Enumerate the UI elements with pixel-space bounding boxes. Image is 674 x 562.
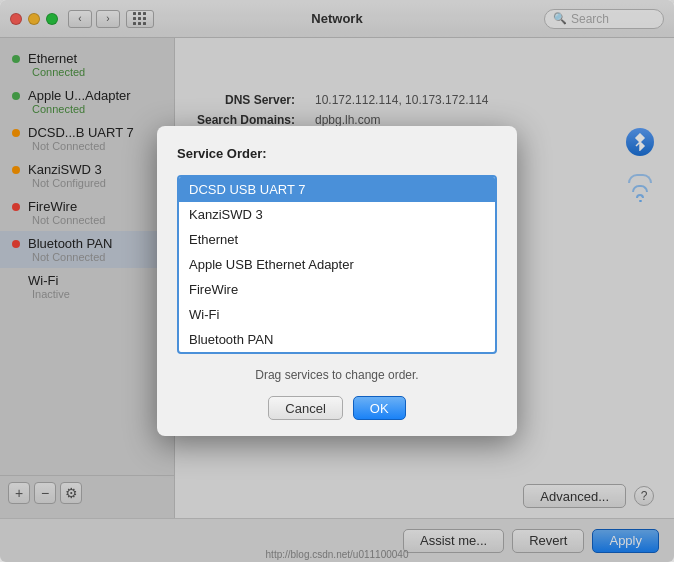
network-window: ‹ › Network 🔍 Search Ethernet Conne bbox=[0, 0, 674, 562]
service-item-5[interactable]: FireWire bbox=[179, 277, 495, 302]
modal-buttons: Cancel OK bbox=[177, 396, 497, 420]
service-item-7[interactable]: Bluetooth PAN bbox=[179, 327, 495, 352]
modal-hint: Drag services to change order. bbox=[177, 368, 497, 382]
service-order-modal: Service Order: DCSD USB UART 7 KanziSWD … bbox=[157, 126, 517, 436]
cancel-button[interactable]: Cancel bbox=[268, 396, 342, 420]
modal-title: Service Order: bbox=[177, 146, 497, 161]
service-item-3[interactable]: Ethernet bbox=[179, 227, 495, 252]
service-item-1[interactable]: DCSD USB UART 7 bbox=[179, 177, 495, 202]
service-item-4[interactable]: Apple USB Ethernet Adapter bbox=[179, 252, 495, 277]
service-list: DCSD USB UART 7 KanziSWD 3 Ethernet Appl… bbox=[179, 177, 495, 352]
service-item-6[interactable]: Wi-Fi bbox=[179, 302, 495, 327]
ok-button[interactable]: OK bbox=[353, 396, 406, 420]
service-item-2[interactable]: KanziSWD 3 bbox=[179, 202, 495, 227]
service-list-container: DCSD USB UART 7 KanziSWD 3 Ethernet Appl… bbox=[177, 175, 497, 354]
modal-overlay: Service Order: DCSD USB UART 7 KanziSWD … bbox=[0, 0, 674, 562]
